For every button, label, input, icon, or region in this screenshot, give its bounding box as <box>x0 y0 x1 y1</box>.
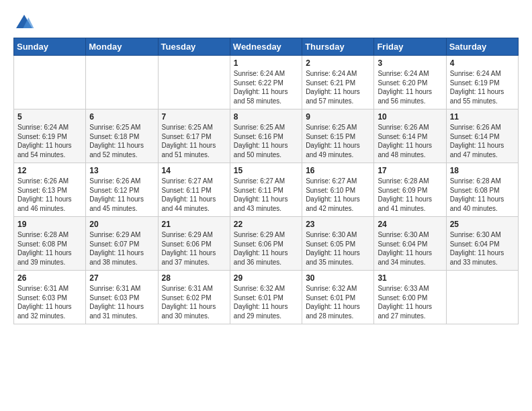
weekday-monday: Monday <box>86 38 158 56</box>
day-cell: 13Sunrise: 6:26 AM Sunset: 6:12 PM Dayli… <box>86 163 158 217</box>
day-number: 21 <box>162 220 226 229</box>
day-info: Sunrise: 6:28 AM Sunset: 6:08 PM Dayligh… <box>17 230 82 267</box>
day-cell: 10Sunrise: 6:26 AM Sunset: 6:14 PM Dayli… <box>374 109 446 163</box>
day-cell: 30Sunrise: 6:32 AM Sunset: 6:01 PM Dayli… <box>302 271 374 324</box>
day-info: Sunrise: 6:28 AM Sunset: 6:08 PM Dayligh… <box>450 177 515 213</box>
day-cell <box>14 56 86 109</box>
day-cell: 11Sunrise: 6:26 AM Sunset: 6:14 PM Dayli… <box>446 109 518 163</box>
day-info: Sunrise: 6:25 AM Sunset: 6:15 PM Dayligh… <box>306 123 370 159</box>
day-cell: 17Sunrise: 6:28 AM Sunset: 6:09 PM Dayli… <box>374 163 446 217</box>
day-cell: 8Sunrise: 6:25 AM Sunset: 6:16 PM Daylig… <box>230 109 302 163</box>
day-number: 7 <box>162 112 226 122</box>
day-number: 3 <box>378 58 442 68</box>
day-cell: 27Sunrise: 6:31 AM Sunset: 6:03 PM Dayli… <box>86 271 158 324</box>
day-number: 16 <box>306 166 370 175</box>
day-cell: 22Sunrise: 6:29 AM Sunset: 6:06 PM Dayli… <box>230 217 302 271</box>
day-info: Sunrise: 6:27 AM Sunset: 6:11 PM Dayligh… <box>162 177 226 213</box>
day-info: Sunrise: 6:31 AM Sunset: 6:03 PM Dayligh… <box>89 284 154 320</box>
weekday-sunday: Sunday <box>14 38 86 56</box>
day-number: 20 <box>89 220 154 229</box>
day-cell: 21Sunrise: 6:29 AM Sunset: 6:06 PM Dayli… <box>158 217 230 271</box>
day-cell: 6Sunrise: 6:25 AM Sunset: 6:18 PM Daylig… <box>86 109 158 163</box>
day-info: Sunrise: 6:30 AM Sunset: 6:04 PM Dayligh… <box>450 230 515 267</box>
day-cell: 5Sunrise: 6:24 AM Sunset: 6:19 PM Daylig… <box>14 109 86 163</box>
day-info: Sunrise: 6:29 AM Sunset: 6:07 PM Dayligh… <box>89 230 154 267</box>
day-cell: 28Sunrise: 6:31 AM Sunset: 6:02 PM Dayli… <box>158 271 230 324</box>
day-info: Sunrise: 6:32 AM Sunset: 6:01 PM Dayligh… <box>234 284 298 320</box>
day-info: Sunrise: 6:24 AM Sunset: 6:19 PM Dayligh… <box>450 69 515 105</box>
day-number: 24 <box>378 220 442 229</box>
day-cell: 3Sunrise: 6:24 AM Sunset: 6:20 PM Daylig… <box>374 56 446 109</box>
week-row-3: 19Sunrise: 6:28 AM Sunset: 6:08 PM Dayli… <box>14 217 519 271</box>
day-info: Sunrise: 6:32 AM Sunset: 6:01 PM Dayligh… <box>306 284 370 320</box>
day-info: Sunrise: 6:31 AM Sunset: 6:03 PM Dayligh… <box>17 284 82 320</box>
day-number: 9 <box>306 112 370 122</box>
day-info: Sunrise: 6:29 AM Sunset: 6:06 PM Dayligh… <box>162 230 226 267</box>
day-info: Sunrise: 6:31 AM Sunset: 6:02 PM Dayligh… <box>162 284 226 320</box>
day-number: 28 <box>162 273 226 283</box>
day-info: Sunrise: 6:24 AM Sunset: 6:20 PM Dayligh… <box>378 69 442 105</box>
day-info: Sunrise: 6:29 AM Sunset: 6:06 PM Dayligh… <box>234 230 298 267</box>
day-cell: 1Sunrise: 6:24 AM Sunset: 6:22 PM Daylig… <box>230 56 302 109</box>
weekday-wednesday: Wednesday <box>230 38 302 56</box>
day-info: Sunrise: 6:24 AM Sunset: 6:21 PM Dayligh… <box>306 69 370 105</box>
day-cell: 26Sunrise: 6:31 AM Sunset: 6:03 PM Dayli… <box>14 271 86 324</box>
day-info: Sunrise: 6:30 AM Sunset: 6:05 PM Dayligh… <box>306 230 370 267</box>
day-number: 8 <box>234 112 298 122</box>
page: SundayMondayTuesdayWednesdayThursdayFrid… <box>0 0 532 411</box>
day-info: Sunrise: 6:33 AM Sunset: 6:00 PM Dayligh… <box>378 284 442 320</box>
day-cell: 20Sunrise: 6:29 AM Sunset: 6:07 PM Dayli… <box>86 217 158 271</box>
weekday-header-row: SundayMondayTuesdayWednesdayThursdayFrid… <box>14 38 519 56</box>
day-number: 6 <box>89 112 154 122</box>
calendar-table: SundayMondayTuesdayWednesdayThursdayFrid… <box>13 38 519 324</box>
day-number: 12 <box>17 166 82 175</box>
day-cell: 16Sunrise: 6:27 AM Sunset: 6:10 PM Dayli… <box>302 163 374 217</box>
day-number: 29 <box>234 273 298 283</box>
day-cell <box>86 56 158 109</box>
day-info: Sunrise: 6:27 AM Sunset: 6:11 PM Dayligh… <box>234 177 298 213</box>
day-number: 23 <box>306 220 370 229</box>
day-info: Sunrise: 6:25 AM Sunset: 6:16 PM Dayligh… <box>234 123 298 159</box>
day-cell <box>446 271 518 324</box>
day-info: Sunrise: 6:27 AM Sunset: 6:10 PM Dayligh… <box>306 177 370 213</box>
day-cell: 29Sunrise: 6:32 AM Sunset: 6:01 PM Dayli… <box>230 271 302 324</box>
day-number: 31 <box>378 273 442 283</box>
day-number: 17 <box>378 166 442 175</box>
day-cell: 2Sunrise: 6:24 AM Sunset: 6:21 PM Daylig… <box>302 56 374 109</box>
week-row-2: 12Sunrise: 6:26 AM Sunset: 6:13 PM Dayli… <box>14 163 519 217</box>
day-number: 4 <box>450 58 515 68</box>
header <box>13 12 519 34</box>
day-info: Sunrise: 6:24 AM Sunset: 6:22 PM Dayligh… <box>234 69 298 105</box>
day-number: 27 <box>89 273 154 283</box>
day-cell: 15Sunrise: 6:27 AM Sunset: 6:11 PM Dayli… <box>230 163 302 217</box>
day-number: 30 <box>306 273 370 283</box>
logo <box>13 12 38 34</box>
day-number: 1 <box>234 58 298 68</box>
day-info: Sunrise: 6:25 AM Sunset: 6:18 PM Dayligh… <box>89 123 154 159</box>
day-cell: 14Sunrise: 6:27 AM Sunset: 6:11 PM Dayli… <box>158 163 230 217</box>
day-cell: 23Sunrise: 6:30 AM Sunset: 6:05 PM Dayli… <box>302 217 374 271</box>
day-cell: 4Sunrise: 6:24 AM Sunset: 6:19 PM Daylig… <box>446 56 518 109</box>
day-cell: 25Sunrise: 6:30 AM Sunset: 6:04 PM Dayli… <box>446 217 518 271</box>
logo-icon <box>13 12 35 34</box>
day-info: Sunrise: 6:26 AM Sunset: 6:14 PM Dayligh… <box>378 123 442 159</box>
day-info: Sunrise: 6:26 AM Sunset: 6:14 PM Dayligh… <box>450 123 515 159</box>
day-number: 11 <box>450 112 515 122</box>
day-cell: 24Sunrise: 6:30 AM Sunset: 6:04 PM Dayli… <box>374 217 446 271</box>
day-info: Sunrise: 6:28 AM Sunset: 6:09 PM Dayligh… <box>378 177 442 213</box>
day-number: 25 <box>450 220 515 229</box>
day-cell: 12Sunrise: 6:26 AM Sunset: 6:13 PM Dayli… <box>14 163 86 217</box>
day-number: 15 <box>234 166 298 175</box>
day-number: 10 <box>378 112 442 122</box>
day-cell: 9Sunrise: 6:25 AM Sunset: 6:15 PM Daylig… <box>302 109 374 163</box>
day-number: 5 <box>17 112 82 122</box>
day-info: Sunrise: 6:25 AM Sunset: 6:17 PM Dayligh… <box>162 123 226 159</box>
day-number: 18 <box>450 166 515 175</box>
week-row-0: 1Sunrise: 6:24 AM Sunset: 6:22 PM Daylig… <box>14 56 519 109</box>
weekday-tuesday: Tuesday <box>158 38 230 56</box>
day-cell: 31Sunrise: 6:33 AM Sunset: 6:00 PM Dayli… <box>374 271 446 324</box>
weekday-thursday: Thursday <box>302 38 374 56</box>
weekday-saturday: Saturday <box>446 38 518 56</box>
day-number: 26 <box>17 273 82 283</box>
day-number: 13 <box>89 166 154 175</box>
